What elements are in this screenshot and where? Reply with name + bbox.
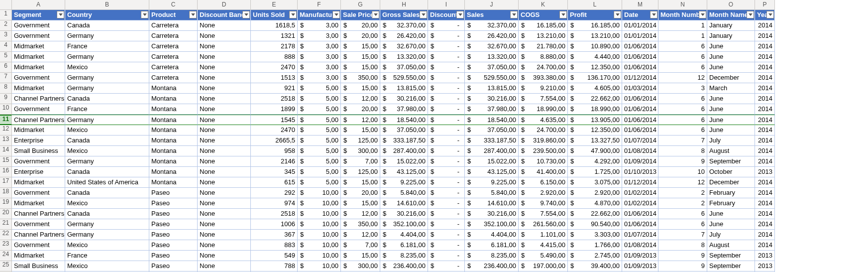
cell-country[interactable]: Germany	[65, 31, 149, 41]
cell-sales[interactable]: $26.420,00	[465, 31, 519, 41]
cell-product[interactable]: Paseo	[149, 230, 198, 240]
cell-profit[interactable]: $10.890,00	[568, 41, 622, 52]
cell-manufacturing-price[interactable]: $10,00	[298, 219, 341, 230]
cell-country[interactable]: Germany	[65, 156, 149, 167]
cell-discounts[interactable]: $-	[428, 167, 465, 177]
cell-manufacturing-price[interactable]: $3,00	[298, 41, 341, 52]
cell-discount-band[interactable]: None	[198, 52, 251, 62]
cell-year[interactable]: 2014	[755, 104, 775, 115]
cell-sale-price[interactable]: $125,00	[341, 167, 380, 177]
column-header-B[interactable]: B	[65, 0, 149, 10]
row-header-7[interactable]: 7	[0, 73, 12, 83]
cell-sales[interactable]: $352.100,00	[465, 219, 519, 230]
cell-manufacturing-price[interactable]: $10,00	[298, 198, 341, 209]
cell-year[interactable]: 2014	[755, 20, 775, 31]
column-header-M[interactable]: M	[622, 0, 658, 10]
cell-profit[interactable]: $136.170,00	[568, 73, 622, 83]
cell-cogs[interactable]: $7.554,00	[519, 94, 568, 104]
cell-units-sold[interactable]: 2518	[251, 94, 298, 104]
cell-profit[interactable]: $4.440,00	[568, 52, 622, 62]
cell-cogs[interactable]: $16.185,00	[519, 20, 568, 31]
cell-cogs[interactable]: $18.990,00	[519, 104, 568, 115]
cell-cogs[interactable]: $13.210,00	[519, 31, 568, 41]
cell-country[interactable]: United States of America	[65, 177, 149, 188]
cell-discount-band[interactable]: None	[198, 167, 251, 177]
cell-year[interactable]: 2014	[755, 209, 775, 219]
cell-manufacturing-price[interactable]: $10,00	[298, 261, 341, 272]
cell-discount-band[interactable]: None	[198, 62, 251, 73]
cell-profit[interactable]: $12.350,00	[568, 125, 622, 136]
cell-discount-band[interactable]: None	[198, 198, 251, 209]
cell-discount-band[interactable]: None	[198, 20, 251, 31]
cell-sale-price[interactable]: $15,00	[341, 251, 380, 261]
cell-cogs[interactable]: $239.500,00	[519, 146, 568, 156]
row-header-20[interactable]: 20	[0, 209, 12, 219]
cell-sale-price[interactable]: $350,00	[341, 73, 380, 83]
cell-discounts[interactable]: $-	[428, 251, 465, 261]
cell-gross-sales[interactable]: $287.400,00	[380, 146, 428, 156]
cell-discounts[interactable]: $-	[428, 261, 465, 272]
cell-units-sold[interactable]: 974	[251, 198, 298, 209]
cell-manufacturing-price[interactable]: $5,00	[298, 125, 341, 136]
cell-discounts[interactable]: $-	[428, 83, 465, 94]
cell-cogs[interactable]: $261.560,00	[519, 219, 568, 230]
cell-gross-sales[interactable]: $13.320,00	[380, 52, 428, 62]
cell-product[interactable]: Montana	[149, 136, 198, 146]
row-header-17[interactable]: 17	[0, 177, 12, 188]
cell-manufacturing-price[interactable]: $3,00	[298, 73, 341, 83]
cell-date[interactable]: 01/12/2014	[622, 73, 658, 83]
cell-country[interactable]: Mexico	[65, 125, 149, 136]
cell-segment[interactable]: Enterprise	[12, 136, 65, 146]
cell-discounts[interactable]: $-	[428, 219, 465, 230]
cell-product[interactable]: Paseo	[149, 261, 198, 272]
table-header-discount-band[interactable]: Discount Band	[198, 10, 251, 20]
cell-country[interactable]: Mexico	[65, 240, 149, 251]
cell-units-sold[interactable]: 1899	[251, 104, 298, 115]
cell-month-number[interactable]: 12	[658, 177, 707, 188]
cell-cogs[interactable]: $41.400,00	[519, 167, 568, 177]
cell-product[interactable]: Carretera	[149, 52, 198, 62]
cell-manufacturing-price[interactable]: $5,00	[298, 136, 341, 146]
cell-manufacturing-price[interactable]: $3,00	[298, 20, 341, 31]
cell-discounts[interactable]: $-	[428, 41, 465, 52]
cell-date[interactable]: 01/06/2014	[622, 115, 658, 125]
cell-product[interactable]: Montana	[149, 167, 198, 177]
cell-discount-band[interactable]: None	[198, 83, 251, 94]
cell-units-sold[interactable]: 1513	[251, 73, 298, 83]
cell-month-name[interactable]: June	[707, 52, 755, 62]
cell-month-number[interactable]: 1	[658, 31, 707, 41]
cell-month-name[interactable]: October	[707, 167, 755, 177]
cell-discount-band[interactable]: None	[198, 219, 251, 230]
cell-manufacturing-price[interactable]: $10,00	[298, 251, 341, 261]
cell-cogs[interactable]: $10.730,00	[519, 156, 568, 167]
cell-month-number[interactable]: 6	[658, 94, 707, 104]
cell-discount-band[interactable]: None	[198, 209, 251, 219]
cell-month-name[interactable]: June	[707, 115, 755, 125]
cell-product[interactable]: Montana	[149, 94, 198, 104]
cell-sale-price[interactable]: $7,00	[341, 240, 380, 251]
filter-dropdown-button[interactable]	[747, 11, 754, 18]
cell-month-number[interactable]: 2	[658, 188, 707, 198]
cell-manufacturing-price[interactable]: $3,00	[298, 52, 341, 62]
cell-date[interactable]: 01/06/2014	[622, 125, 658, 136]
cell-year[interactable]: 2014	[755, 83, 775, 94]
cell-cogs[interactable]: $319.860,00	[519, 136, 568, 146]
cell-segment[interactable]: Government	[12, 73, 65, 83]
cell-cogs[interactable]: $24.700,00	[519, 62, 568, 73]
cell-profit[interactable]: $1.725,00	[568, 167, 622, 177]
cell-date[interactable]: 01/06/2014	[622, 94, 658, 104]
cell-date[interactable]: 01/06/2014	[622, 219, 658, 230]
filter-dropdown-button[interactable]	[189, 11, 197, 18]
cell-profit[interactable]: $12.350,00	[568, 62, 622, 73]
cell-date[interactable]: 01/06/2014	[622, 52, 658, 62]
cell-discounts[interactable]: $-	[428, 230, 465, 240]
cell-month-name[interactable]: September	[707, 156, 755, 167]
cell-sale-price[interactable]: $125,00	[341, 136, 380, 146]
cell-date[interactable]: 01/08/2014	[622, 146, 658, 156]
cell-profit[interactable]: $47.900,00	[568, 146, 622, 156]
cell-gross-sales[interactable]: $529.550,00	[380, 73, 428, 83]
cell-gross-sales[interactable]: $37.050,00	[380, 125, 428, 136]
cell-segment[interactable]: Government	[12, 20, 65, 31]
cell-units-sold[interactable]: 2470	[251, 62, 298, 73]
cell-discount-band[interactable]: None	[198, 31, 251, 41]
